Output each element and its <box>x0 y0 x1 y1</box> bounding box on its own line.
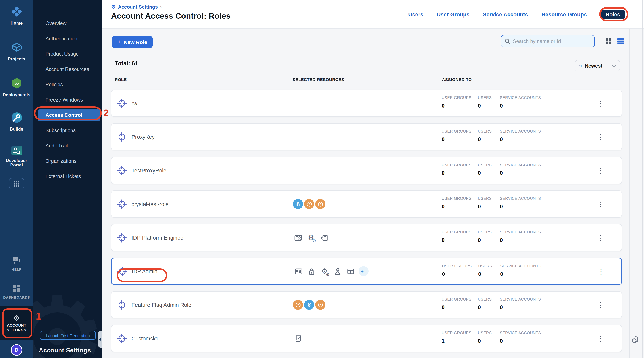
dashboards-icon <box>13 285 20 292</box>
environment-icon <box>304 300 314 310</box>
sidebar-item-authentication[interactable]: Authentication <box>33 31 102 46</box>
role-target-icon <box>117 333 127 344</box>
sidebar-item-subscriptions[interactable]: Subscriptions <box>33 123 102 138</box>
sidebar-collapse-button[interactable] <box>98 331 102 348</box>
user-groups-label: USER GROUPS <box>442 330 472 335</box>
rail-item-deployments[interactable]: ∞ Deployments <box>0 77 33 97</box>
sidebar-item-external-tickets[interactable]: External Tickets <box>33 169 102 184</box>
role-name: IDP Platform Engineer <box>132 235 185 241</box>
rail-item-home[interactable]: Home <box>0 5 33 25</box>
role-cell: IDP Admin <box>117 258 158 284</box>
tab-roles-active[interactable]: Roles <box>600 10 625 19</box>
new-role-button[interactable]: + New Role <box>112 36 153 48</box>
role-row[interactable]: crystal-test-roleUSER GROUPS0USERS0SERVI… <box>111 190 622 218</box>
users-label: USERS <box>478 129 492 133</box>
app-window: Home Projects ∞ Deployments Builds Devel… <box>0 0 644 358</box>
role-target-icon <box>117 232 127 243</box>
chevron-down-icon <box>612 64 616 67</box>
users-label: USERS <box>478 264 492 268</box>
rail-label: SETTINGS <box>7 327 26 332</box>
user-groups-label: USER GROUPS <box>442 129 472 133</box>
role-row[interactable]: ProxyKeyUSER GROUPS0USERS0SERVICE ACCOUN… <box>111 123 622 150</box>
role-row[interactable]: Feature Flag Admin RoleUSER GROUPS0USERS… <box>111 291 622 318</box>
sort-value: Newest <box>585 63 609 69</box>
rail-item-developer-portal[interactable]: Developer Portal <box>0 145 33 167</box>
role-name: TestProxyRole <box>132 167 166 173</box>
row-menu-button[interactable]: ⋮ <box>595 265 607 277</box>
breadcrumb-link-account-settings[interactable]: Account Settings <box>118 4 158 10</box>
main-content: ⚙ Account Settings › Account Access Cont… <box>102 0 644 358</box>
sidebar-item-freeze-windows[interactable]: Freeze Windows <box>33 92 102 107</box>
sidebar-item-account-resources[interactable]: Account Resources <box>33 62 102 77</box>
new-role-label: New Role <box>124 39 147 45</box>
row-menu-button[interactable]: ⋮ <box>595 198 606 210</box>
sidebar-item-audit-trail[interactable]: Audit Trail <box>33 138 102 153</box>
column-selected-resources: SELECTED RESOURCES <box>292 77 344 82</box>
tab-users[interactable]: Users <box>408 11 423 17</box>
rail-label: Builds <box>0 127 33 131</box>
rail-item-account-settings[interactable]: ⚙ ACCOUNT SETTINGS <box>0 306 33 340</box>
row-menu-button[interactable]: ⋮ <box>595 131 606 143</box>
users-count: 0 <box>478 204 492 210</box>
tab-service-accounts[interactable]: Service Accounts <box>483 11 528 17</box>
row-menu-button[interactable]: ⋮ <box>595 97 606 109</box>
selected-resources: ⚙⚙ <box>293 224 332 251</box>
tab-user-groups[interactable]: User Groups <box>437 11 470 17</box>
search-input[interactable] <box>513 39 594 44</box>
service-accounts-count: 0 <box>500 170 541 176</box>
role-target-icon <box>117 165 127 176</box>
role-row[interactable]: TestProxyRoleUSER GROUPS0USERS0SERVICE A… <box>111 157 622 184</box>
user-groups-count: 0 <box>442 204 472 210</box>
role-name: crystal-test-role <box>132 201 168 207</box>
rbac-tabs: Users User Groups Service Accounts Resou… <box>408 0 625 29</box>
environment-icon <box>293 199 303 209</box>
role-row[interactable]: IDP Admin⚙⚙+1USER GROUPS0USERS0SERVICE A… <box>111 258 622 285</box>
developer-portal-icon <box>10 145 23 156</box>
scrollbar[interactable] <box>642 0 643 358</box>
user-groups-count: 0 <box>442 271 472 277</box>
service-accounts-label: SERVICE ACCOUNTS <box>500 230 541 234</box>
user-icon <box>332 266 342 276</box>
service-accounts-count: 0 <box>500 136 541 142</box>
selected-resources <box>293 191 326 217</box>
support-chat-icon[interactable] <box>631 334 642 346</box>
modules-grid-icon <box>14 181 20 187</box>
left-rail: Home Projects ∞ Deployments Builds Devel… <box>0 0 33 358</box>
service-accounts-count: 0 <box>500 271 541 277</box>
role-row[interactable]: Customsk1USER GROUPS1USERS0SERVICE ACCOU… <box>111 325 622 352</box>
row-menu-button[interactable]: ⋮ <box>595 299 606 311</box>
role-row[interactable]: rwUSER GROUPS0USERS0SERVICE ACCOUNTS0⋮ <box>111 90 622 117</box>
rail-label: Deployments <box>0 93 33 97</box>
sidebar-item-overview[interactable]: Overview <box>33 16 102 31</box>
rail-label: Portal <box>0 163 33 167</box>
user-avatar[interactable]: D <box>11 344 22 356</box>
row-menu-button[interactable]: ⋮ <box>595 333 606 344</box>
tab-resource-groups[interactable]: Resource Groups <box>542 11 587 17</box>
sidebar-item-product-usage[interactable]: Product Usage <box>33 46 102 62</box>
user-groups-count: 0 <box>442 103 472 109</box>
breadcrumb-separator: › <box>160 4 162 10</box>
launch-first-generation-button[interactable]: Launch First Generation <box>40 331 96 340</box>
sort-dropdown[interactable]: ↑↓ Newest <box>575 60 620 71</box>
lock-icon <box>306 266 316 276</box>
rail-item-help[interactable]: ? HELP <box>0 256 33 271</box>
grid-view-button[interactable] <box>605 38 612 46</box>
sidebar-item-organizations[interactable]: Organizations <box>33 153 102 169</box>
sidebar-item-label: Policies <box>46 82 63 87</box>
role-row[interactable]: IDP Platform Engineer⚙⚙USER GROUPS0USERS… <box>111 224 622 251</box>
rail-item-projects[interactable]: Projects <box>0 41 33 61</box>
modules-menu-button[interactable] <box>9 178 24 189</box>
plus-icon: + <box>118 39 121 45</box>
row-menu-button[interactable]: ⋮ <box>595 232 606 243</box>
row-menu-button[interactable]: ⋮ <box>595 165 606 176</box>
rail-item-dashboards[interactable]: DASHBOARDS <box>0 285 33 299</box>
service-accounts-label: SERVICE ACCOUNTS <box>500 162 541 167</box>
sidebar-item-access-control[interactable]: Access Control <box>33 107 102 123</box>
list-view-button[interactable] <box>617 39 624 45</box>
rail-item-builds[interactable]: Builds <box>0 111 33 131</box>
rail-label: DASHBOARDS <box>0 295 33 299</box>
service-accounts-count: 0 <box>500 237 541 243</box>
selected-resources: ⚙⚙+1 <box>293 258 368 284</box>
sidebar-item-policies[interactable]: Policies <box>33 77 102 92</box>
search-box <box>501 35 595 47</box>
